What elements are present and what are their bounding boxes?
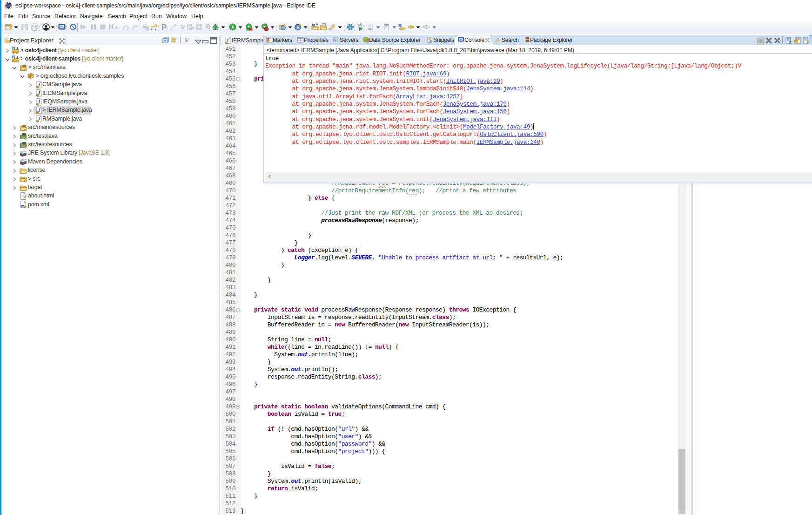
svg-text:M: M	[13, 47, 15, 49]
svg-text:M: M	[21, 205, 24, 208]
svg-text:M: M	[13, 55, 15, 58]
svg-text:J: J	[16, 47, 19, 51]
svg-text:J: J	[16, 55, 19, 60]
